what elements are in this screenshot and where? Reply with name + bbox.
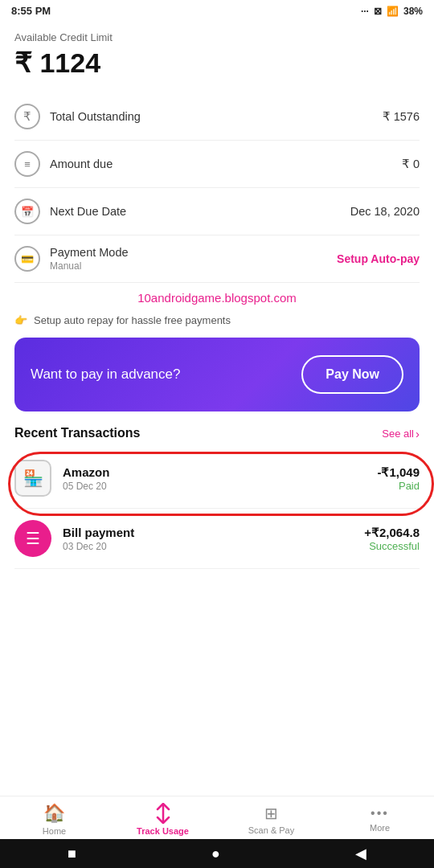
bill-icon: ≡ — [14, 151, 40, 177]
pay-banner-text: Want to pay in advance? — [31, 366, 181, 383]
recent-transactions-title: Recent Transactions — [14, 426, 141, 440]
bill-payment-date: 03 Dec 20 — [63, 541, 134, 552]
signal-icon: ··· — [361, 6, 369, 17]
see-all-link[interactable]: See all › — [382, 427, 420, 440]
next-due-date-value: Dec 18, 2020 — [350, 205, 420, 218]
bill-payment-name: Bill payment — [63, 526, 134, 539]
more-label: More — [370, 823, 390, 833]
credit-amount: ₹ 1124 — [14, 47, 420, 79]
bottom-nav: 🏠 Home Track Usage ⊞ Scan & Pay ••• More — [0, 796, 434, 839]
payment-mode-row: 💳 Payment Mode Manual Setup Auto-pay — [14, 235, 420, 283]
calendar-icon: 📅 — [14, 199, 40, 224]
android-circle-button[interactable]: ● — [211, 845, 220, 862]
status-icons: ··· ⊠ 📶 38% — [361, 6, 423, 17]
android-square-button[interactable]: ■ — [68, 845, 76, 862]
payment-mode-sublabel: Manual — [50, 260, 129, 272]
setup-autopay-button[interactable]: Setup Auto-pay — [337, 252, 420, 265]
battery-icon: 38% — [403, 6, 423, 17]
amount-due-row: ≡ Amount due ₹ 0 — [14, 141, 420, 188]
rupee-icon: ₹ — [14, 104, 40, 129]
see-all-label: See all — [382, 428, 414, 440]
available-label: Available Credit Limit — [14, 31, 420, 43]
total-outstanding-label: Total Outstanding — [50, 110, 141, 123]
scan-pay-icon: ⊞ — [264, 804, 278, 823]
home-label: Home — [43, 826, 66, 836]
bill-payment-amount: +₹2,064.8 — [364, 526, 420, 540]
amazon-date: 05 Dec 20 — [63, 481, 109, 492]
amount-due-value: ₹ 0 — [402, 158, 420, 170]
total-outstanding-row: ₹ Total Outstanding ₹ 1576 — [14, 93, 420, 141]
total-outstanding-value: ₹ 1576 — [383, 110, 420, 123]
finger-icon: 👉 — [14, 314, 27, 326]
recent-transactions-header: Recent Transactions See all › — [14, 426, 420, 440]
amazon-name: Amazon — [63, 465, 109, 479]
see-all-arrow-icon: › — [416, 427, 420, 440]
nav-more[interactable]: ••• More — [352, 806, 408, 833]
android-nav-bar: ■ ● ◀ — [0, 839, 434, 868]
nav-home[interactable]: 🏠 Home — [27, 803, 83, 836]
status-bar: 8:55 PM ··· ⊠ 📶 38% — [0, 0, 434, 20]
android-back-button[interactable]: ◀ — [355, 845, 366, 862]
bill-payment-icon: ☰ — [14, 520, 51, 557]
main-content: Available Credit Limit ₹ 1124 ₹ Total Ou… — [0, 20, 434, 641]
bill-payment-status: Successful — [364, 540, 420, 552]
next-due-date-row: 📅 Next Due Date Dec 18, 2020 — [14, 188, 420, 235]
amazon-icon: 🏪 — [14, 460, 51, 497]
time-display: 8:55 PM — [11, 5, 51, 17]
transaction-amazon: 🏪 Amazon 05 Dec 20 -₹1,049 Paid — [14, 448, 420, 509]
scan-pay-label: Scan & Pay — [248, 825, 294, 835]
transaction-bill-payment: ☰ Bill payment 03 Dec 20 +₹2,064.8 Succe… — [14, 509, 420, 569]
more-icon: ••• — [371, 806, 389, 821]
next-due-date-label: Next Due Date — [50, 205, 126, 218]
nav-track-usage[interactable]: Track Usage — [135, 803, 191, 836]
amazon-status: Paid — [377, 480, 420, 492]
sim-icon: ⊠ — [374, 6, 382, 17]
blog-url: 10androidgame.blogspot.com — [14, 283, 420, 308]
pay-advance-banner: Want to pay in advance? Pay Now — [14, 338, 420, 411]
pay-now-button[interactable]: Pay Now — [301, 355, 403, 394]
payment-mode-label: Payment Mode — [50, 246, 129, 259]
track-usage-label: Track Usage — [137, 826, 189, 836]
amazon-amount: -₹1,049 — [377, 465, 420, 480]
amount-due-label: Amount due — [50, 158, 113, 170]
auto-repay-notice: 👉 Setup auto repay for hassle free payme… — [14, 308, 420, 338]
track-usage-icon — [154, 803, 172, 824]
nav-scan-pay[interactable]: ⊞ Scan & Pay — [244, 804, 300, 835]
auto-repay-text: Setup auto repay for hassle free payment… — [34, 314, 231, 326]
home-icon: 🏠 — [43, 803, 65, 824]
wallet-icon: 💳 — [14, 246, 40, 272]
wifi-icon: 📶 — [387, 6, 399, 17]
